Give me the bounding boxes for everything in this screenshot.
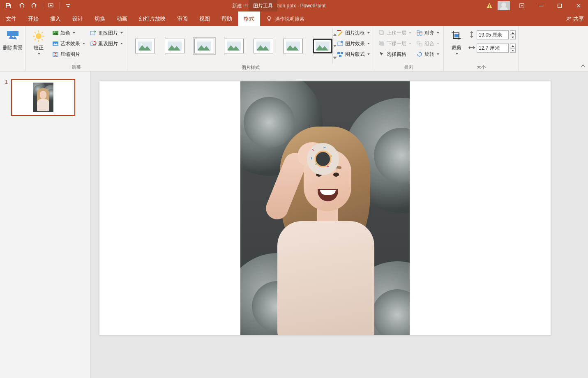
tab-insert[interactable]: 插入 [44, 12, 67, 26]
svg-rect-50 [420, 32, 422, 35]
tab-format[interactable]: 格式 [238, 12, 260, 26]
corrections-button[interactable]: 校正 [28, 28, 49, 55]
minimize-icon[interactable] [531, 0, 550, 12]
ribbon: 删除背景 校正 颜色 艺术效果 压缩图片 更改图片 重设图片 调整 [0, 26, 588, 71]
group-objects-button: 组合 [415, 39, 441, 48]
tab-animations[interactable]: 动画 [111, 12, 133, 26]
send-backward-icon [378, 40, 385, 47]
tab-help[interactable]: 帮助 [216, 12, 238, 26]
ribbon-tabs: 文件 开始 插入 设计 切换 动画 幻灯片放映 审阅 视图 帮助 格式 操作说明… [0, 12, 588, 26]
change-picture-icon [90, 30, 97, 36]
tab-transitions[interactable]: 切换 [89, 12, 111, 26]
width-spin-down[interactable] [510, 48, 516, 53]
crop-icon [450, 30, 463, 43]
warning-icon[interactable] [484, 0, 495, 12]
svg-line-21 [42, 39, 43, 40]
change-picture-button[interactable]: 更改图片 [88, 28, 125, 38]
gallery-scroll-up[interactable] [333, 29, 337, 40]
work-area: 1 [0, 71, 588, 378]
account-icon[interactable] [498, 1, 510, 10]
compress-icon [52, 51, 59, 58]
slide-1[interactable] [99, 81, 551, 335]
tab-home[interactable]: 开始 [22, 12, 44, 26]
picture-effects-icon [337, 40, 344, 47]
group-adjust-label: 调整 [28, 64, 125, 71]
picture-style-2[interactable] [165, 39, 184, 53]
rotate-icon [416, 51, 423, 58]
svg-point-9 [267, 16, 271, 20]
undo-icon[interactable] [16, 1, 27, 11]
svg-rect-54 [454, 34, 459, 37]
crop-button[interactable]: 裁剪 [446, 28, 467, 55]
artistic-effects-button[interactable]: 艺术效果 [51, 39, 87, 48]
svg-rect-39 [337, 30, 341, 31]
share-label: 共享 [573, 15, 584, 23]
inserted-picture[interactable] [240, 81, 410, 335]
gallery-scroll-down[interactable] [333, 40, 337, 52]
gallery-more[interactable] [333, 52, 337, 63]
svg-point-41 [341, 41, 343, 43]
svg-rect-28 [90, 31, 95, 35]
height-value: 19.05 厘米 [479, 32, 502, 39]
reset-picture-button[interactable]: 重设图片 [88, 39, 125, 48]
height-spin-down[interactable] [510, 35, 516, 39]
svg-rect-42 [337, 52, 340, 54]
save-icon[interactable] [2, 1, 14, 11]
svg-rect-38 [333, 56, 337, 56]
group-arrange-label: 排列 [377, 64, 441, 71]
height-icon [468, 31, 475, 39]
picture-style-5[interactable] [254, 39, 273, 53]
width-spin-up[interactable] [510, 44, 516, 48]
picture-style-3[interactable] [194, 39, 214, 53]
width-field[interactable]: 12.7 厘米 [468, 44, 516, 53]
selection-pane-button[interactable]: 选择窗格 [377, 49, 413, 59]
tab-slideshow[interactable]: 幻灯片放映 [133, 12, 171, 26]
rotate-button[interactable]: 旋转 [415, 49, 441, 59]
svg-point-12 [569, 17, 571, 18]
svg-line-22 [42, 32, 43, 33]
tab-design[interactable]: 设计 [67, 12, 89, 26]
svg-rect-3 [66, 4, 70, 5]
slide-thumbnail-1[interactable] [11, 79, 75, 116]
close-icon[interactable] [569, 0, 588, 12]
tab-file[interactable]: 文件 [0, 12, 22, 26]
slide-canvas[interactable] [90, 71, 588, 378]
svg-rect-43 [341, 52, 343, 54]
ribbon-display-options-icon[interactable] [512, 0, 531, 12]
picture-effects-button[interactable]: 图片效果 [335, 39, 371, 48]
svg-rect-48 [380, 42, 384, 46]
picture-style-6[interactable] [283, 39, 303, 53]
maximize-icon[interactable] [550, 0, 569, 12]
redo-icon[interactable] [29, 1, 40, 11]
svg-rect-46 [379, 30, 383, 34]
tab-review[interactable]: 审阅 [171, 12, 194, 26]
slide-thumbnail-pane[interactable]: 1 [0, 71, 90, 378]
picture-style-7[interactable] [313, 39, 332, 53]
remove-background-button[interactable]: 删除背景 [2, 28, 23, 51]
picture-style-1[interactable] [135, 39, 155, 53]
qat-customize-icon[interactable] [62, 1, 74, 11]
height-field[interactable]: 19.05 厘米 [468, 30, 516, 39]
group-icon [416, 40, 423, 47]
tell-me[interactable]: 操作说明搜索 [266, 12, 304, 26]
picture-border-button[interactable]: 图片边框 [335, 28, 371, 38]
svg-rect-0 [7, 4, 9, 5]
selection-pane-icon [378, 51, 385, 58]
bring-forward-icon [378, 30, 385, 36]
picture-styles-gallery [130, 28, 331, 64]
svg-rect-10 [269, 20, 270, 21]
slide-number-1: 1 [5, 79, 8, 116]
picture-style-4[interactable] [224, 39, 244, 53]
compress-pictures-button[interactable]: 压缩图片 [51, 49, 87, 59]
tell-me-label: 操作说明搜索 [275, 16, 304, 23]
tab-view[interactable]: 视图 [194, 12, 216, 26]
svg-rect-44 [339, 55, 341, 57]
align-button[interactable]: 对齐 [415, 28, 441, 38]
collapse-ribbon-icon[interactable] [581, 63, 586, 69]
picture-layout-button[interactable]: 图片版式 [335, 49, 371, 59]
svg-rect-5 [489, 7, 490, 8]
start-from-beginning-icon[interactable] [46, 1, 57, 11]
share-button[interactable]: 共享 [566, 12, 584, 26]
color-button[interactable]: 颜色 [51, 28, 87, 38]
height-spin-up[interactable] [510, 30, 516, 35]
